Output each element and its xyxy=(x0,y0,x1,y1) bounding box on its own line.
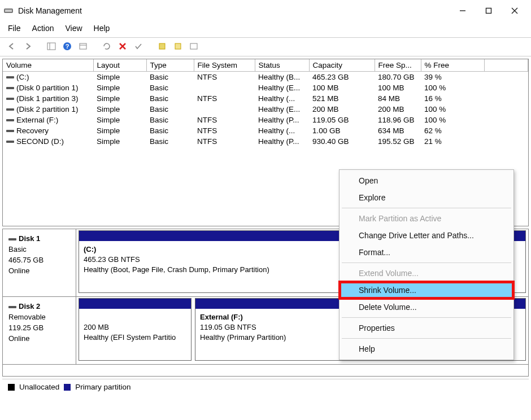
disk-header-disk1[interactable]: Disk 1 Basic 465.75 GB Online xyxy=(3,229,76,296)
table-cell: (Disk 2 partition 1) xyxy=(3,104,93,115)
menubar: File Action View Help xyxy=(0,21,531,37)
table-cell: Basic xyxy=(146,125,194,136)
table-cell: 119.05 GB xyxy=(309,115,375,125)
table-cell: Basic xyxy=(146,82,194,93)
table-cell: (Disk 0 partition 1) xyxy=(3,82,93,93)
table-cell: Healthy (P... xyxy=(255,136,309,147)
table-cell: Simple xyxy=(93,136,146,147)
menu-help[interactable]: Help xyxy=(94,24,110,33)
context-separator xyxy=(342,262,511,263)
table-cell: Basic xyxy=(146,136,194,147)
wizard-button-1[interactable] xyxy=(156,40,168,53)
disk-icon xyxy=(6,108,14,111)
svg-rect-6 xyxy=(47,43,55,50)
table-cell: Healthy (... xyxy=(255,93,309,104)
col-pctfree[interactable]: % Free xyxy=(421,59,484,72)
context-delete-volume[interactable]: Delete Volume... xyxy=(340,299,513,316)
disk-type: Removable xyxy=(8,312,70,323)
table-cell: Recovery xyxy=(3,125,93,136)
table-cell: Simple xyxy=(93,125,146,136)
context-menu: Open Explore Mark Partition as Active Ch… xyxy=(339,169,514,360)
show-hide-button[interactable] xyxy=(45,40,58,53)
context-change-drive-letter[interactable]: Change Drive Letter and Paths... xyxy=(340,227,513,244)
col-status[interactable]: Status xyxy=(255,59,309,72)
refresh-button[interactable] xyxy=(101,40,113,53)
table-cell: 180.70 GB xyxy=(375,72,421,83)
disk-icon xyxy=(6,98,14,100)
col-filesystem[interactable]: File System xyxy=(194,59,255,72)
disk-state: Online xyxy=(8,334,70,344)
table-cell: 84 MB xyxy=(375,93,421,104)
delete-button[interactable] xyxy=(116,40,129,53)
disk-name: Disk 2 xyxy=(19,302,40,310)
minimize-button[interactable] xyxy=(450,2,476,20)
col-volume[interactable]: Volume xyxy=(3,59,93,72)
table-cell: Healthy (P... xyxy=(255,115,309,125)
context-extend-volume: Extend Volume... xyxy=(340,265,513,282)
table-cell: Healthy (E... xyxy=(255,104,309,115)
table-cell: 118.96 GB xyxy=(375,115,421,125)
back-button[interactable] xyxy=(6,40,18,53)
forward-button[interactable] xyxy=(21,40,34,53)
table-cell: NTFS xyxy=(194,136,255,147)
settings-button[interactable] xyxy=(188,40,200,53)
table-row[interactable]: (Disk 1 partition 3)SimpleBasicNTFSHealt… xyxy=(3,93,528,104)
context-shrink-volume[interactable]: Shrink Volume... xyxy=(340,282,513,299)
table-cell: SECOND (D:) xyxy=(3,136,93,147)
context-open[interactable]: Open xyxy=(340,172,513,189)
table-cell xyxy=(194,104,255,115)
disk-size: 119.25 GB xyxy=(8,323,70,334)
table-cell xyxy=(484,115,528,125)
menu-action[interactable]: Action xyxy=(32,24,54,33)
table-cell: 200 MB xyxy=(375,104,421,115)
context-help[interactable]: Help xyxy=(340,340,513,357)
close-button[interactable] xyxy=(502,2,528,20)
context-separator xyxy=(342,317,511,318)
table-cell: 16 % xyxy=(421,93,484,104)
table-row[interactable]: (Disk 2 partition 1)SimpleBasicHealthy (… xyxy=(3,104,528,115)
maximize-button[interactable] xyxy=(476,2,502,20)
table-cell: Simple xyxy=(93,72,146,83)
menu-view[interactable]: View xyxy=(65,24,82,33)
svg-rect-16 xyxy=(190,43,197,49)
table-row[interactable]: (C:)SimpleBasicNTFSHealthy (B...465.23 G… xyxy=(3,72,528,83)
table-cell: NTFS xyxy=(194,115,255,125)
context-mark-active: Mark Partition as Active xyxy=(340,210,513,227)
disk-header-disk2[interactable]: Disk 2 Removable 119.25 GB Online xyxy=(3,297,76,364)
apply-button[interactable] xyxy=(132,40,145,53)
toolbar: ? xyxy=(0,37,531,56)
col-capacity[interactable]: Capacity xyxy=(309,59,375,72)
disk-icon xyxy=(6,76,14,78)
svg-rect-3 xyxy=(486,8,491,14)
table-cell: 195.52 GB xyxy=(375,136,421,147)
table-cell xyxy=(484,93,528,104)
table-cell: 39 % xyxy=(421,72,484,83)
table-row[interactable]: External (F:)SimpleBasicNTFSHealthy (P..… xyxy=(3,115,528,125)
table-row[interactable]: (Disk 0 partition 1)SimpleBasicHealthy (… xyxy=(3,82,528,93)
context-format[interactable]: Format... xyxy=(340,244,513,261)
menu-file[interactable]: File xyxy=(8,24,21,33)
col-layout[interactable]: Layout xyxy=(93,59,146,72)
wizard-button-2[interactable] xyxy=(172,40,184,53)
window-title: Disk Management xyxy=(18,6,82,15)
svg-text:?: ? xyxy=(66,43,69,50)
volume-block-efi[interactable]: 200 MB Healthy (EFI System Partitio xyxy=(79,298,191,361)
table-cell: (Disk 1 partition 3) xyxy=(3,93,93,104)
properties-button[interactable] xyxy=(77,40,89,53)
table-cell: 200 MB xyxy=(309,104,375,115)
disk-name: Disk 1 xyxy=(19,234,40,243)
table-row[interactable]: RecoverySimpleBasicNTFSHealthy (...1.00 … xyxy=(3,125,528,136)
col-freespace[interactable]: Free Sp... xyxy=(375,59,421,72)
help-button[interactable]: ? xyxy=(61,40,73,53)
svg-rect-14 xyxy=(159,43,165,49)
col-type[interactable]: Type xyxy=(146,59,194,72)
table-cell: Basic xyxy=(146,72,194,83)
table-row[interactable]: SECOND (D:)SimpleBasicNTFSHealthy (P...9… xyxy=(3,136,528,147)
table-cell xyxy=(484,104,528,115)
column-headers: Volume Layout Type File System Status Ca… xyxy=(3,59,528,72)
volume-status: Healthy (EFI System Partitio xyxy=(84,333,186,343)
context-properties[interactable]: Properties xyxy=(340,320,513,336)
table-cell: Simple xyxy=(93,82,146,93)
context-explore[interactable]: Explore xyxy=(340,189,513,206)
table-cell: Basic xyxy=(146,115,194,125)
